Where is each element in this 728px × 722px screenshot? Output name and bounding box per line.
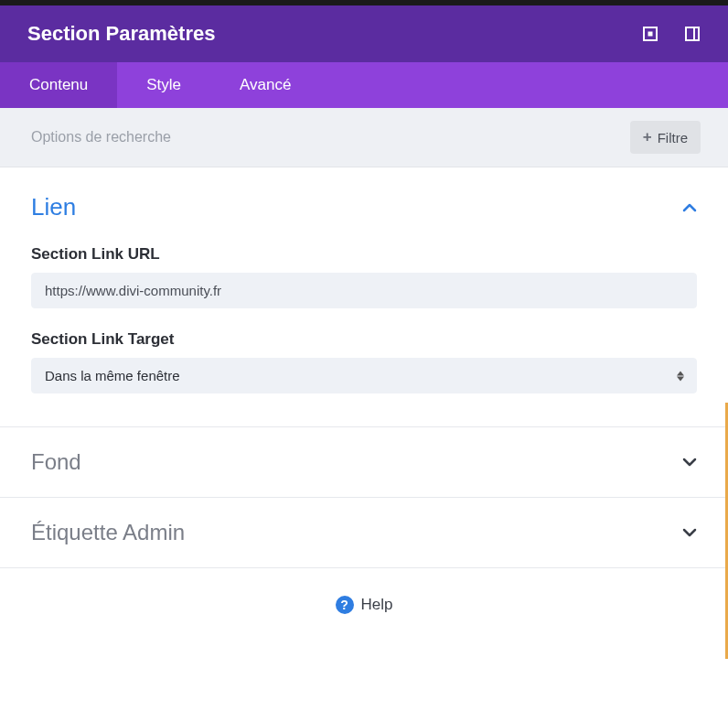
svg-rect-2 — [686, 27, 699, 40]
modal-header: Section Paramètres — [0, 5, 728, 62]
link-target-select[interactable]: Dans la même fenêtre — [31, 358, 697, 393]
link-target-select-wrap: Dans la même fenêtre — [31, 358, 697, 393]
tab-advanced[interactable]: Avancé — [210, 62, 320, 108]
search-input[interactable]: Options de recherche — [31, 129, 171, 145]
filter-button[interactable]: + Filtre — [630, 121, 701, 154]
header-actions — [642, 26, 701, 42]
plus-icon: + — [643, 128, 652, 146]
field-link-url: Section Link URL — [31, 245, 697, 308]
chevron-up-icon — [682, 203, 697, 212]
expand-icon[interactable] — [642, 26, 658, 42]
section-etiquette-title: Étiquette Admin — [31, 520, 185, 545]
content-area: Lien Section Link URL Section Link Targe… — [0, 167, 728, 641]
section-etiquette-admin[interactable]: Étiquette Admin — [0, 498, 728, 568]
svg-rect-1 — [648, 32, 653, 37]
field-label-link-target: Section Link Target — [31, 330, 697, 349]
section-lien-title: Lien — [31, 193, 76, 221]
chevron-down-icon — [682, 528, 697, 537]
tab-content[interactable]: Contenu — [0, 62, 117, 108]
link-url-input[interactable] — [31, 273, 697, 308]
section-lien-header[interactable]: Lien — [31, 193, 697, 221]
help-row[interactable]: ? Help — [0, 568, 728, 641]
tab-label: Style — [146, 76, 181, 94]
modal-title: Section Paramètres — [27, 22, 215, 46]
tab-label: Avancé — [240, 76, 291, 94]
help-label: Help — [361, 596, 393, 614]
sidebar-toggle-icon[interactable] — [684, 26, 701, 42]
field-link-target: Section Link Target Dans la même fenêtre — [31, 330, 697, 393]
tab-bar: Contenu Style Avancé — [0, 62, 728, 108]
help-icon: ? — [336, 596, 354, 614]
chevron-down-icon — [682, 458, 697, 467]
section-lien: Lien Section Link URL Section Link Targe… — [0, 167, 728, 427]
select-value: Dans la même fenêtre — [45, 368, 180, 383]
filter-label: Filtre — [658, 130, 688, 145]
tab-style[interactable]: Style — [117, 62, 210, 108]
section-fond[interactable]: Fond — [0, 427, 728, 498]
field-label-link-url: Section Link URL — [31, 245, 697, 264]
tab-label: Contenu — [29, 76, 88, 94]
search-filter-row: Options de recherche + Filtre — [0, 108, 728, 167]
